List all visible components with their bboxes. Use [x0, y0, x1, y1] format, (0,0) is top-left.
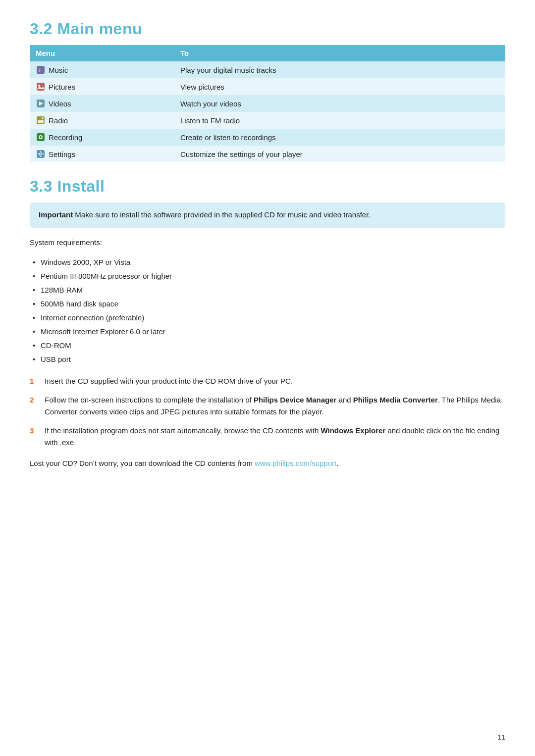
important-label: Important [39, 210, 73, 219]
svg-point-3 [38, 85, 40, 87]
list-item: Pentium III 800MHz processor or higher [30, 269, 505, 283]
list-item: CD-ROM [30, 339, 505, 353]
menu-item-label: Radio [49, 116, 68, 125]
important-notice: Important Make sure to install the softw… [30, 202, 505, 228]
table-cell-desc-music: Play your digital music tracks [174, 61, 505, 78]
numbered-step: 2Follow the on-screen instructions to co… [30, 394, 505, 418]
settings-icon [36, 149, 46, 159]
lost-cd-text: Lost your CD? Don’t worry, you can downl… [30, 457, 505, 469]
numbered-step: 3If the installation program does not st… [30, 425, 505, 449]
table-cell-desc-pictures: View pictures [174, 78, 505, 95]
table-cell-menu-settings: Settings [30, 146, 174, 162]
menu-item-label: Recording [49, 133, 82, 142]
menu-item-label: Pictures [49, 83, 75, 91]
recording-icon [36, 132, 46, 142]
menu-item-label: Videos [49, 100, 71, 108]
page-number: 11 [497, 733, 505, 741]
menu-item-label: Music [49, 66, 68, 74]
section-33-heading: 3.3 Install [30, 177, 505, 196]
main-menu-table: Menu To ♪ Music Play your digital music … [30, 45, 505, 162]
svg-point-15 [40, 153, 42, 155]
table-cell-menu-pictures: Pictures [30, 78, 174, 95]
table-header-to: To [174, 45, 505, 61]
list-item: Internet connection (preferable) [30, 311, 505, 325]
step-number: 2 [30, 394, 45, 406]
table-cell-menu-videos: Videos [30, 95, 174, 112]
svg-point-9 [42, 117, 44, 119]
table-header-menu: Menu [30, 45, 174, 61]
philips-support-link[interactable]: www.philips.com/support [255, 459, 336, 467]
table-cell-desc-radio: Listen to FM radio [174, 112, 505, 129]
table-cell-menu-music: ♪ Music [30, 61, 174, 78]
important-text: Make sure to install the software provid… [73, 210, 370, 219]
list-item: USB port [30, 353, 505, 366]
system-requirements-list: Windows 2000, XP or VistaPentium III 800… [30, 255, 505, 366]
section-32-heading: 3.2 Main menu [30, 20, 505, 38]
step-content: Follow the on-screen instructions to com… [45, 394, 505, 418]
svg-point-12 [40, 136, 42, 138]
step-number: 1 [30, 375, 45, 387]
svg-text:♪: ♪ [38, 67, 41, 73]
table-cell-desc-videos: Watch your videos [174, 95, 505, 112]
step-content: If the installation program does not sta… [45, 425, 505, 449]
music-icon: ♪ [36, 65, 46, 75]
list-item: Microsoft Internet Explorer 6.0 or later [30, 325, 505, 339]
svg-rect-8 [38, 120, 44, 123]
table-cell-desc-settings: Customize the settings of your player [174, 146, 505, 162]
svg-rect-2 [37, 83, 45, 91]
list-item: 128MB RAM [30, 283, 505, 297]
radio-icon [36, 115, 46, 125]
step-content: Insert the CD supplied with your product… [45, 375, 505, 387]
list-item: Windows 2000, XP or Vista [30, 255, 505, 269]
list-item: 500MB hard disk space [30, 297, 505, 311]
install-steps: 1Insert the CD supplied with your produc… [30, 375, 505, 449]
table-cell-menu-recording: Recording [30, 129, 174, 146]
system-requirements-label: System requirements: [30, 237, 505, 249]
step-number: 3 [30, 425, 45, 437]
pictures-icon [36, 82, 46, 92]
table-cell-menu-radio: Radio [30, 112, 174, 129]
table-cell-desc-recording: Create or listen to recordings [174, 129, 505, 146]
videos-icon [36, 99, 46, 108]
menu-item-label: Settings [49, 150, 75, 158]
numbered-step: 1Insert the CD supplied with your produc… [30, 375, 505, 387]
